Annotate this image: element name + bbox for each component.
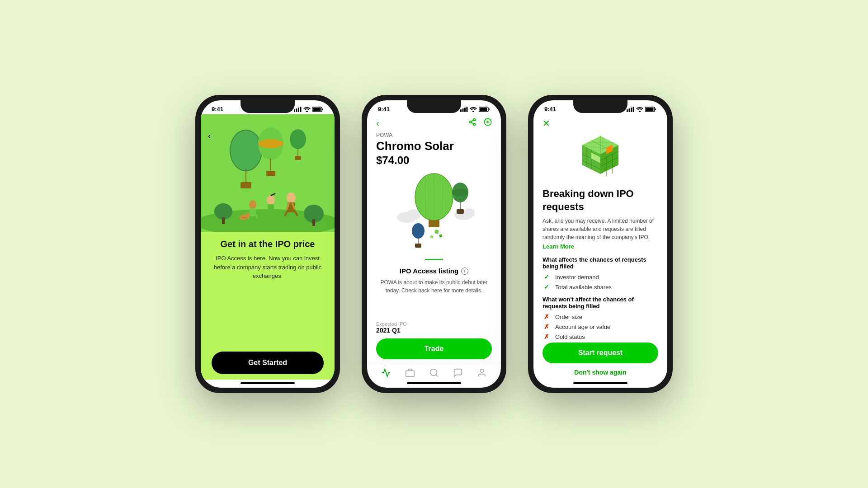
svg-rect-81 [406,371,414,376]
svg-rect-12 [241,182,251,188]
wifi-icon-2 [470,107,477,112]
svg-point-4 [306,111,308,112]
notch-2 [407,100,461,113]
nav-search[interactable] [429,368,439,378]
svg-rect-32 [250,208,256,216]
breaking-desc: Ask, and you may receive. A limited numb… [542,217,658,241]
messages-icon [453,368,463,378]
svg-rect-6 [313,108,321,111]
svg-rect-77 [457,209,464,214]
x-icon-2: ✗ [542,323,551,330]
learn-more-link[interactable]: Learn More [542,243,658,250]
svg-rect-80 [415,244,421,248]
x-label-2: Account age or value [555,324,610,330]
x-label-1: Order size [555,314,582,320]
svg-point-17 [290,129,306,149]
nav-chart[interactable] [381,368,391,378]
balloon-svg [393,172,475,253]
status-icons-3 [627,107,656,112]
check-icon-2: ✓ [542,283,551,291]
time-1: 9:41 [212,106,223,113]
svg-rect-43 [462,108,464,112]
home-indicator-3 [573,382,627,384]
dont-show-link[interactable]: Don't show again [542,369,658,376]
phone2-content: POWA Chromo Solar $74.00 [367,132,501,318]
cube-illustration [542,132,658,182]
battery-icon-2 [479,107,490,112]
phone1-title: Get in at the IPO price [221,239,315,249]
not-affects-title: What won't affect the chances of request… [542,296,658,310]
x-icon-1: ✗ [542,313,551,320]
svg-point-51 [473,123,476,126]
trade-button[interactable]: Trade [376,338,492,359]
svg-rect-88 [633,107,634,112]
signal-icon [294,107,302,112]
hero-illustration [201,114,335,232]
status-icons-2 [460,107,490,112]
svg-rect-86 [629,108,630,112]
expected-ipo: Expected IPO 2021 Q1 [376,321,492,334]
phone1-hero: ‹ [201,114,335,232]
start-request-button[interactable]: Start request [542,343,658,363]
share-icon [468,118,476,126]
svg-point-36 [245,213,250,218]
plus-circle-icon [484,118,492,126]
notch-3 [573,100,627,113]
share-button[interactable] [468,118,476,128]
svg-rect-45 [467,107,468,112]
svg-line-83 [436,375,438,376]
svg-point-84 [480,369,483,372]
get-started-button[interactable]: Get Started [212,352,324,374]
svg-rect-19 [295,156,301,160]
back-button[interactable]: ‹ [208,131,211,141]
check-label-2: Total available shares [555,284,612,291]
company-name: Chromo Solar [376,139,492,153]
add-button[interactable] [484,118,492,128]
svg-point-38 [214,203,232,220]
phone-3: 9:41 ✕ [528,95,673,393]
x-item-order-size: ✗ Order size [542,313,658,320]
check-item-total-shares: ✓ Total available shares [542,283,658,291]
back-nav-button[interactable]: ‹ [376,118,379,128]
profile-icon [477,368,487,378]
svg-point-31 [249,200,256,209]
home-indicator-1 [241,382,295,384]
close-button[interactable]: ✕ [542,118,550,129]
balloon-illustration [376,172,492,253]
signal-icon-2 [460,107,468,112]
expected-value: 2021 Q1 [376,327,492,334]
battery-icon-3 [645,107,656,112]
signal-icon-3 [627,107,634,112]
svg-rect-66 [429,220,439,227]
svg-point-20 [287,192,296,203]
info-circle[interactable]: i [461,267,468,275]
svg-rect-87 [631,108,632,112]
x-item-account-age: ✗ Account age or value [542,323,658,330]
svg-rect-72 [439,235,443,238]
x-item-gold-status: ✗ Gold status [542,333,658,339]
svg-rect-71 [434,230,439,234]
phone-1: 9:41 [195,95,340,393]
nav-messages[interactable] [453,368,463,378]
phone1-subtitle: IPO Access is here. Now you can invest b… [213,254,322,281]
phone1-bottom: Get Started [201,346,335,380]
nav-portfolio[interactable] [405,368,415,378]
notch-1 [241,100,295,113]
nav-icons [468,118,492,128]
svg-point-49 [473,119,476,121]
svg-point-14 [258,139,283,148]
phone3-nav: ✕ [533,114,667,132]
x-label-3: Gold status [555,333,585,339]
home-indicator-2 [407,382,461,384]
svg-point-26 [267,195,275,205]
wifi-icon [303,107,311,112]
phone3-bottom: Start request Don't show again [533,339,667,380]
nav-profile[interactable] [477,368,487,378]
svg-line-52 [471,122,473,124]
svg-rect-0 [294,109,295,112]
ipo-description: POWA is about to make its public debut l… [376,278,492,295]
portfolio-icon [405,368,415,378]
svg-rect-16 [266,171,275,176]
svg-rect-39 [222,217,225,224]
ticker-label: POWA [376,132,492,138]
